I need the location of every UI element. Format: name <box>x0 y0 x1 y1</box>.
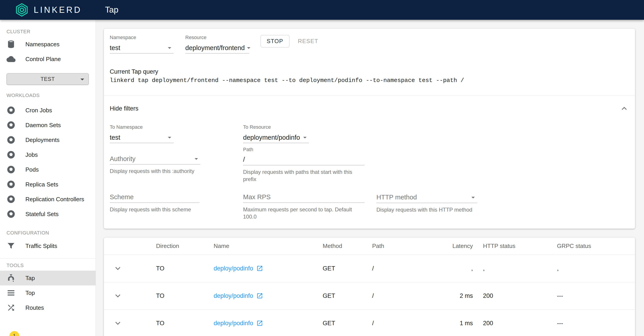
current-tap-query-label: Current Tap query <box>110 68 629 75</box>
sidebar-item-label: Namespaces <box>26 41 60 48</box>
namespace-select[interactable]: test <box>110 44 174 53</box>
sidebar-item-label: Pods <box>26 166 39 173</box>
max-rps-helper-text: Maximum requests per second to tap. Defa… <box>243 206 364 221</box>
linkerd-logo-icon <box>14 2 29 17</box>
namespace-field: Namespace test <box>110 35 174 53</box>
cron-jobs-icon <box>6 106 16 115</box>
traffic-splits-icon <box>6 241 16 250</box>
resource-link[interactable]: deploy/podinfo <box>214 265 263 272</box>
row-expand-button[interactable] <box>113 318 123 328</box>
to-resource-value: deployment/podinfo <box>243 134 300 141</box>
tap-icon <box>6 274 16 283</box>
sidebar-heading-workloads: WORKLOADS <box>6 93 96 98</box>
sidebar-item-replica-sets[interactable]: Replica Sets <box>0 177 96 192</box>
http-method-select[interactable]: HTTP method <box>376 193 477 203</box>
notification-badge[interactable]: 1 <box>10 331 19 336</box>
open-in-new-icon <box>256 265 263 272</box>
cell-latency: , <box>428 265 473 272</box>
resource-link-label: deploy/podinfo <box>214 320 253 327</box>
sidebar-item-daemon-sets[interactable]: Daemon Sets <box>0 118 96 133</box>
sidebar-item-cron-jobs[interactable]: Cron Jobs <box>0 103 96 118</box>
dropdown-caret-icon <box>166 133 174 142</box>
page-title: Tap <box>105 5 118 14</box>
linkerd-dashboard: LINKERD Tap CLUSTER Namespaces Control P… <box>0 0 644 336</box>
row-expand-button[interactable] <box>113 291 123 301</box>
brand[interactable]: LINKERD <box>0 2 96 17</box>
authority-select[interactable]: Authority <box>110 155 200 165</box>
resource-link-label: deploy/podinfo <box>214 292 253 299</box>
jobs-icon <box>6 150 16 159</box>
authority-placeholder: Authority <box>110 155 135 163</box>
to-resource-select[interactable]: deployment/podinfo <box>243 133 309 143</box>
resource-link[interactable]: deploy/podinfo <box>214 320 263 327</box>
app-bar: LINKERD Tap <box>0 0 644 20</box>
stop-button[interactable]: STOP <box>260 35 290 47</box>
dropdown-caret-icon <box>192 155 200 163</box>
sidebar-item-label: Routes <box>26 304 44 311</box>
cell-latency: 2 ms <box>428 292 473 299</box>
sidebar-item-label: Tap <box>26 275 35 282</box>
dropdown-caret-icon <box>301 133 309 142</box>
to-resource-label: To Resource <box>243 124 309 130</box>
sidebar-item-label: Daemon Sets <box>26 122 61 129</box>
hide-filters-label: Hide filters <box>110 105 138 112</box>
sidebar-heading-tools: TOOLS <box>6 263 96 268</box>
daemon-sets-icon <box>6 121 16 130</box>
tap-results-card: Direction Name Method Path Latency HTTP … <box>104 238 635 336</box>
sidebar-item-top[interactable]: Top <box>0 286 96 300</box>
deployments-icon <box>6 136 16 145</box>
sidebar-item-tap[interactable]: Tap <box>0 271 96 286</box>
http-method-placeholder: HTTP method <box>376 194 417 201</box>
table-row: TO deploy/podinfo GET / 1 ms 200 --- <box>104 310 635 336</box>
table-header-row: Direction Name Method Path Latency HTTP … <box>104 238 635 255</box>
replica-sets-icon <box>6 180 16 189</box>
scheme-input[interactable] <box>110 193 200 203</box>
sidebar-item-replication-controllers[interactable]: Replication Controllers <box>0 192 96 207</box>
cell-method: GET <box>323 320 372 327</box>
hide-filters-toggle[interactable]: Hide filters <box>110 104 629 113</box>
path-input[interactable] <box>243 156 364 165</box>
tap-query-card: Namespace test Resource deployment/front… <box>104 29 635 229</box>
brand-text: LINKERD <box>34 5 82 15</box>
cell-http-status: , <box>473 265 557 272</box>
sidebar-item-label: Control Plane <box>26 56 61 63</box>
open-in-new-icon <box>256 320 263 327</box>
sidebar-item-deployments[interactable]: Deployments <box>0 133 96 147</box>
path-label: Path <box>243 147 364 153</box>
sidebar-item-routes[interactable]: Routes <box>0 300 96 315</box>
sidebar-item-stateful-sets[interactable]: Stateful Sets <box>0 207 96 221</box>
main-content: Namespace test Resource deployment/front… <box>96 20 644 336</box>
resource-link[interactable]: deploy/podinfo <box>214 292 263 299</box>
cell-grpc-status: --- <box>557 320 635 327</box>
path-field: Path Display requests with paths that st… <box>243 147 364 183</box>
sidebar-heading-configuration: CONFIGURATION <box>6 230 96 236</box>
open-in-new-icon <box>256 292 263 299</box>
column-header-latency: Latency <box>428 243 473 250</box>
sidebar: CLUSTER Namespaces Control Plane TEST <box>0 20 96 336</box>
stateful-sets-icon <box>6 209 16 218</box>
sidebar-item-namespaces[interactable]: Namespaces <box>0 37 96 52</box>
cell-latency: 1 ms <box>428 320 473 327</box>
sidebar-item-traffic-splits[interactable]: Traffic Splits <box>0 239 96 253</box>
column-header-direction: Direction <box>156 243 214 250</box>
max-rps-field: Maximum requests per second to tap. Defa… <box>243 193 364 221</box>
cell-direction: TO <box>156 265 214 272</box>
resource-link-label: deploy/podinfo <box>214 265 253 272</box>
sidebar-item-jobs[interactable]: Jobs <box>0 147 96 162</box>
namespace-selector-button[interactable]: TEST <box>6 73 89 85</box>
replication-controllers-icon <box>6 195 16 204</box>
sidebar-item-pods[interactable]: Pods <box>0 162 96 177</box>
reset-button[interactable]: RESET <box>298 38 318 44</box>
max-rps-input[interactable] <box>243 193 364 203</box>
to-namespace-select[interactable]: test <box>110 133 174 143</box>
table-row: TO deploy/podinfo GET / , , , <box>104 255 635 282</box>
sidebar-item-label: Cron Jobs <box>26 107 52 114</box>
cell-path: / <box>372 265 428 272</box>
dropdown-caret-icon <box>469 193 477 201</box>
cell-direction: TO <box>156 320 214 327</box>
resource-select[interactable]: deployment/frontend <box>185 44 249 53</box>
resource-select-value: deployment/frontend <box>185 44 245 52</box>
row-expand-button[interactable] <box>113 263 123 273</box>
namespace-select-value: test <box>110 44 120 52</box>
sidebar-item-control-plane[interactable]: Control Plane <box>0 52 96 66</box>
